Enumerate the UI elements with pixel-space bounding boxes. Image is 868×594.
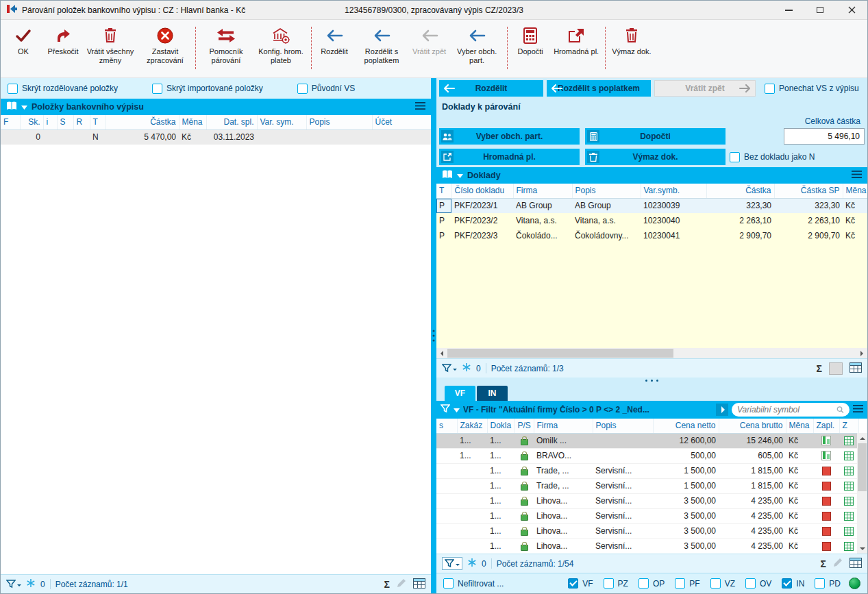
scrollbar-thumb[interactable] (447, 349, 673, 358)
pairing-assistant-button[interactable]: Pomocník párování (199, 23, 253, 77)
hide-split-items-checkbox[interactable]: Skrýt rozdělované položky (8, 84, 118, 94)
ok-button[interactable]: OK (3, 23, 43, 77)
column-header[interactable]: Měna (786, 419, 813, 433)
table-row[interactable]: 1...Trade, ...Servisní...1 500,001 815,0… (436, 463, 858, 478)
chevron-down-icon[interactable] (457, 171, 463, 180)
run-filter-button[interactable] (716, 404, 728, 416)
doc-type-checkbox-ov[interactable]: OV (745, 578, 771, 589)
column-header[interactable]: Částka (105, 115, 179, 129)
column-header[interactable]: Účet (372, 115, 431, 129)
filter-icon[interactable] (442, 364, 457, 373)
scroll-right-icon[interactable] (856, 348, 867, 358)
doc-type-checkbox-op[interactable]: OP (638, 578, 665, 589)
table-row[interactable]: 1...Lihova...Servisní...3 500,004 235,00… (436, 523, 858, 539)
pick-partner-button[interactable]: Vyber obch. part. (439, 128, 580, 145)
snowflake-icon[interactable] (467, 558, 477, 569)
column-header[interactable]: Popis (306, 115, 372, 129)
column-header[interactable]: Číslo dokladu (451, 184, 513, 198)
edit-icon[interactable] (397, 578, 406, 590)
chevron-down-icon[interactable] (21, 102, 27, 112)
no-document-checkbox[interactable]: Bez dokladu jako N (730, 152, 815, 162)
variable-symbol-search-input[interactable] (737, 405, 834, 414)
tab-in[interactable]: IN (477, 386, 508, 401)
column-header[interactable]: Firma (513, 184, 572, 198)
filter-icon[interactable] (6, 580, 21, 589)
split-with-fee-button[interactable]: Rozdělit s poplatkem (547, 80, 651, 97)
table-row[interactable]: 1...Trade, ...Servisní...1 500,001 815,0… (436, 478, 858, 493)
column-header[interactable]: Dokla (487, 419, 514, 433)
column-header[interactable]: s (436, 419, 457, 433)
compute-button[interactable]: Dopočti (585, 128, 726, 145)
unfiltered-checkbox[interactable]: Nefiltrovat ... (443, 578, 504, 589)
grid-menu-icon[interactable] (853, 405, 863, 414)
sum-icon[interactable]: Σ (821, 558, 826, 569)
column-header[interactable]: S (57, 115, 73, 129)
stop-processing-button[interactable]: Zastavit zpracování (138, 23, 193, 77)
column-header[interactable]: T (90, 115, 105, 129)
grid-settings-icon[interactable] (850, 362, 862, 375)
sum-icon[interactable]: Σ (384, 579, 390, 590)
scroll-up-icon[interactable] (860, 433, 865, 443)
delete-doc-toolbar-button[interactable]: Výmaz dok. (608, 23, 654, 77)
table-row[interactable]: 1...Lihova...Servisní...3 500,004 235,00… (436, 508, 858, 523)
panel-splitter[interactable] (431, 78, 436, 593)
hide-imported-items-checkbox[interactable]: Skrýt importované položky (152, 84, 263, 94)
column-header[interactable]: T (436, 184, 451, 198)
column-header[interactable]: Částka (706, 184, 774, 198)
column-header[interactable]: Sk. (20, 115, 43, 129)
table-row[interactable]: 1...1...Omilk ...12 600,0015 246,00Kč (436, 433, 858, 448)
column-header[interactable]: R (73, 115, 90, 129)
column-header[interactable]: Měna (179, 115, 206, 129)
column-header[interactable]: Částka SP (774, 184, 843, 198)
table-row[interactable]: PPKF/2023/3Čokoládo...Čokoládovny...1023… (436, 228, 867, 243)
pick-partner-toolbar-button[interactable]: Vyber obch. part. (449, 23, 504, 77)
column-header[interactable]: Cena brutto (719, 419, 786, 433)
table-row[interactable]: 1...Lihova...Servisní...3 500,004 235,00… (436, 493, 858, 508)
column-header[interactable]: Z (839, 419, 858, 433)
original-vs-checkbox[interactable]: Původní VS (297, 84, 355, 94)
column-header[interactable]: Měna (843, 184, 867, 198)
maximize-button[interactable] (804, 1, 836, 19)
delete-doc-button[interactable]: Výmaz dok. (585, 149, 726, 165)
scroll-down-icon[interactable] (860, 543, 865, 554)
split-toolbar-button[interactable]: Rozdělit (314, 23, 354, 77)
edit-icon[interactable] (833, 558, 843, 569)
vertical-scrollbar[interactable] (857, 433, 867, 554)
doc-type-checkbox-vf[interactable]: VF (568, 578, 593, 589)
tab-vf[interactable]: VF (445, 386, 475, 401)
scroll-left-icon[interactable] (436, 348, 447, 358)
column-header[interactable]: F (1, 115, 20, 129)
snowflake-icon[interactable] (26, 578, 36, 590)
doc-type-checkbox-pz[interactable]: PZ (604, 578, 628, 589)
bulk-payment-config-button[interactable]: Konfig. hrom. plateb (253, 23, 308, 77)
doc-type-checkbox-pd[interactable]: PD (815, 578, 841, 589)
column-header[interactable]: Var. sym. (257, 115, 306, 129)
doc-type-checkbox-pf[interactable]: PF (675, 578, 699, 589)
close-button[interactable] (836, 1, 867, 19)
grid-menu-icon[interactable] (852, 171, 862, 180)
split-button[interactable]: Rozdělit (439, 80, 543, 97)
column-header[interactable]: Cena netto (653, 419, 719, 433)
compute-toolbar-button[interactable]: Dopočti (510, 23, 550, 77)
column-header[interactable]: Zakáz (457, 419, 487, 433)
column-header[interactable]: i (43, 115, 57, 129)
doc-type-checkbox-vz[interactable]: VZ (710, 578, 735, 589)
status-indicator-icon[interactable] (849, 578, 860, 589)
column-header[interactable]: Popis (593, 419, 653, 433)
column-header[interactable]: Zapl. (813, 419, 839, 433)
column-header[interactable]: Var.symb. (641, 184, 706, 198)
table-row[interactable]: 1...1...BRAVO...500,00605,00Kč (436, 448, 858, 463)
grid-menu-icon[interactable] (415, 102, 425, 112)
column-header[interactable]: Popis (572, 184, 641, 198)
table-row[interactable]: PPKF/2023/1AB GroupAB Group10230039323,3… (436, 198, 867, 213)
keep-vs-checkbox[interactable]: Ponechat VS z výpisu (765, 84, 859, 94)
snowflake-icon[interactable] (462, 362, 471, 374)
column-header[interactable]: Dat. spl. (206, 115, 257, 129)
grid-settings-icon[interactable] (850, 558, 862, 570)
column-header[interactable]: P/S (514, 419, 534, 433)
scrollbar-thumb[interactable] (858, 443, 867, 491)
filter-active-icon[interactable] (442, 557, 462, 570)
total-amount-input[interactable]: 5 496,10 (784, 128, 865, 145)
horizontal-splitter[interactable] (436, 378, 867, 384)
doc-type-checkbox-in[interactable]: IN (782, 578, 804, 589)
